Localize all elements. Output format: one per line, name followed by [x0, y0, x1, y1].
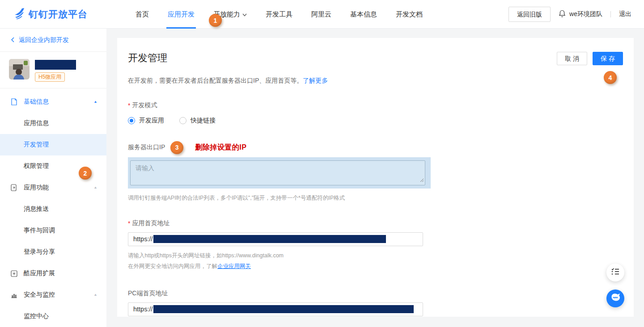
step-badge-3: 3 — [170, 141, 183, 154]
chevron-left-icon — [11, 37, 14, 44]
nav-item-app-dev[interactable]: 应用开发 — [158, 0, 204, 29]
bell-icon[interactable] — [559, 10, 566, 19]
logo[interactable]: 钉钉开放平台 — [13, 7, 88, 21]
back-link-label: 返回企业内部开发 — [19, 36, 69, 44]
radio-develop-app[interactable]: 开发应用 — [128, 117, 164, 125]
app-name-redacted — [35, 60, 76, 70]
nav-item-dev-docs[interactable]: 开发文档 — [386, 0, 432, 29]
document-icon — [11, 98, 18, 105]
page-description: 在开发前，需要在开发者后台配置服务器出口IP、应用首页等。了解更多 — [128, 77, 623, 85]
delete-ip-annotation: 删除掉设置的IP — [195, 143, 246, 152]
sidebar-menu: 基础信息 ▲ 应用信息 开发管理 2 权限管理 应用功能 ▲ 消息推送 事件与回… — [0, 88, 106, 327]
nav-item-dev-tools[interactable]: 开发工具 — [256, 0, 302, 29]
dingtalk-float-icon — [610, 292, 621, 305]
pc-home-label: PC端首页地址 — [128, 289, 623, 298]
menu-label: 安全与监控 — [24, 291, 55, 299]
app-home-label: * 应用首页地址 — [128, 219, 623, 227]
main-nav: 首页 应用开发 开放能力 开发工具 阿里云 基本信息 开发文档 — [126, 0, 432, 29]
step-badge-2: 2 — [79, 167, 92, 180]
dev-mode-label: * 开发模式 — [128, 101, 623, 109]
nav-item-label: 应用开发 — [168, 10, 195, 18]
radio-label: 快捷链接 — [191, 117, 216, 125]
monitor-chart-icon — [11, 291, 18, 298]
dev-mode-options: 开发应用 快捷链接 — [128, 117, 623, 125]
collapse-arrow-icon: ▲ — [93, 293, 97, 297]
collapse-arrow-icon: ▲ — [93, 100, 97, 104]
sidebar-item-security-monitoring[interactable]: 安全与监控 ▲ — [0, 284, 106, 306]
save-button[interactable]: 保 存 — [593, 52, 623, 65]
top-header: 钉钉开放平台 首页 应用开发 开放能力 开发工具 阿里云 基本信息 开发文档 1… — [0, 0, 644, 29]
back-to-internal-dev-link[interactable]: 返回企业内部开发 — [0, 29, 106, 52]
app-avatar — [9, 59, 30, 80]
app-home-input[interactable]: https:// — [128, 232, 423, 246]
required-mark: * — [128, 102, 130, 109]
menu-label: 酷应用扩展 — [24, 269, 55, 277]
server-ip-section: 服务器出口IP 3 删除掉设置的IP 调用钉钉服务端API时的合法IP列表，多个… — [128, 141, 623, 203]
nav-item-basic-info[interactable]: 基本信息 — [341, 0, 386, 29]
server-ip-label: 服务器出口IP — [128, 143, 165, 151]
nav-item-home[interactable]: 首页 — [126, 0, 158, 29]
app-home-help1: 请输入http或https开头的网址链接，如https://www.dingta… — [128, 251, 623, 261]
dingtalk-wing-icon — [13, 7, 26, 21]
team-name[interactable]: we环境团队 — [569, 10, 602, 18]
checklist-icon — [611, 268, 619, 277]
label-text: 开发模式 — [132, 101, 157, 109]
account-area: we环境团队 — [559, 10, 602, 19]
menu-label: 开发管理 — [24, 141, 49, 149]
help-text: 在外网更安全地访问内网应用，了解 — [128, 263, 217, 269]
header-right: 返回旧版 we环境团队 退出 — [508, 7, 631, 22]
sidebar-item-app-features[interactable]: 应用功能 ▲ — [0, 177, 106, 198]
menu-label: 应用功能 — [24, 184, 49, 192]
app-profile: H5微应用 — [0, 52, 106, 88]
required-mark: * — [128, 220, 130, 227]
logout-link[interactable]: 退出 — [619, 10, 631, 18]
pc-home-input[interactable]: https:// — [128, 302, 423, 316]
app-features-icon — [11, 184, 18, 191]
sidebar: 返回企业内部开发 H5微应用 — [0, 29, 106, 327]
main-area: 取 消 保 存 4 开发管理 在开发前，需要在开发者后台配置服务器出口IP、应用… — [106, 29, 644, 327]
sidebar-item-monitoring-center[interactable]: 监控中心 — [0, 306, 106, 327]
pc-home-section: PC端首页地址 https:// 用户可以在PC版钉钉工作台上打开这个应用并显示… — [128, 289, 623, 317]
card-actions: 取 消 保 存 4 — [557, 52, 623, 65]
label-text: 应用首页地址 — [132, 219, 169, 227]
radio-label: 开发应用 — [139, 117, 164, 125]
url-prefix: https:// — [133, 235, 153, 243]
sidebar-item-basic-info[interactable]: 基础信息 ▲ — [0, 91, 106, 113]
dev-mode-section: * 开发模式 开发应用 快捷链接 — [128, 101, 623, 125]
todo-list-float-button[interactable] — [606, 264, 624, 281]
description-text: 在开发前，需要在开发者后台配置服务器出口IP、应用首页等。 — [128, 77, 303, 84]
menu-label: 基础信息 — [24, 98, 49, 106]
radio-selected-icon — [128, 117, 135, 124]
server-ip-textarea[interactable] — [130, 160, 425, 185]
cancel-button[interactable]: 取 消 — [557, 52, 587, 65]
dingtalk-open-platform-app: 钉钉开放平台 首页 应用开发 开放能力 开发工具 阿里云 基本信息 开发文档 1… — [0, 0, 644, 327]
sidebar-item-app-info[interactable]: 应用信息 — [0, 113, 106, 134]
server-ip-highlight — [128, 157, 431, 189]
server-ip-label-row: 服务器出口IP 3 删除掉设置的IP — [128, 141, 623, 154]
url-prefix: https:// — [133, 306, 153, 313]
collapse-arrow-icon: ▲ — [93, 186, 97, 189]
sidebar-item-cool-app-extension[interactable]: 酷应用扩展 — [0, 263, 106, 284]
cool-app-icon — [11, 270, 18, 277]
sidebar-item-dev-management[interactable]: 开发管理 — [0, 134, 106, 155]
back-to-old-version-button[interactable]: 返回旧版 — [508, 7, 551, 22]
app-home-section: * 应用首页地址 https:// 请输入http或https开头的网址链接，如… — [128, 219, 623, 272]
sidebar-item-message-push[interactable]: 消息推送 — [0, 198, 106, 220]
server-ip-help: 调用钉钉服务端API时的合法IP列表，多个IP请以","隔开，支持带一个*号通配… — [128, 193, 623, 203]
page-title: 开发管理 — [128, 51, 623, 65]
nav-item-aliyun[interactable]: 阿里云 — [302, 0, 341, 29]
app-home-help2: 在外网更安全地访问内网应用，了解企业应用网关 — [128, 262, 623, 272]
dingtalk-assistant-float-button[interactable] — [606, 289, 624, 307]
url-redacted — [153, 235, 386, 243]
app-type-tag: H5微应用 — [35, 72, 65, 82]
chevron-down-icon — [242, 0, 247, 29]
radio-quick-link[interactable]: 快捷链接 — [179, 117, 216, 125]
sidebar-item-login-share[interactable]: 登录与分享 — [0, 241, 106, 263]
url-redacted — [153, 305, 414, 313]
enterprise-gateway-link[interactable]: 企业应用网关 — [217, 263, 251, 269]
header-divider — [610, 11, 611, 17]
step-badge-4: 4 — [604, 71, 617, 84]
step-badge-1: 1 — [209, 14, 222, 27]
sidebar-item-events-callbacks[interactable]: 事件与回调 — [0, 220, 106, 241]
learn-more-link[interactable]: 了解更多 — [303, 77, 328, 84]
